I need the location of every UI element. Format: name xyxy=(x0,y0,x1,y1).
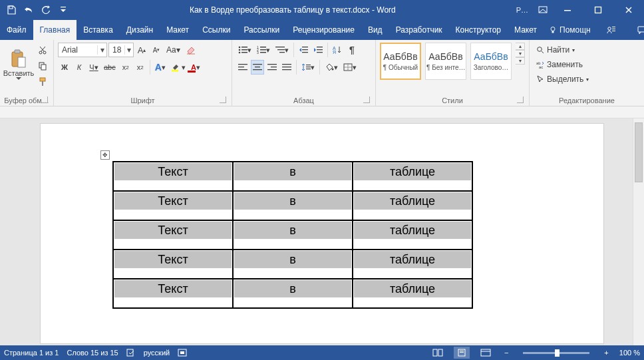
view-print-layout[interactable] xyxy=(454,347,470,359)
table-cell[interactable]: в xyxy=(233,162,353,191)
underline-button[interactable]: Ч▾ xyxy=(87,60,100,75)
sort-button[interactable]: AЯ xyxy=(331,43,344,57)
cell-text[interactable]: таблице xyxy=(354,163,471,180)
minimize-button[interactable] xyxy=(552,0,583,20)
tab-file[interactable]: Файл xyxy=(0,20,33,40)
styles-scroll-up[interactable]: ▴ xyxy=(516,43,525,50)
scrollbar-thumb[interactable] xyxy=(635,122,643,182)
tab-mailings[interactable]: Рассылки xyxy=(237,20,286,40)
numbering-button[interactable]: 123▾ xyxy=(255,43,272,57)
view-read-mode[interactable] xyxy=(430,347,446,359)
cell-text[interactable]: Текст xyxy=(114,251,232,268)
tab-references[interactable]: Ссылки xyxy=(196,20,237,40)
maximize-button[interactable] xyxy=(583,0,613,20)
qat-customize-icon[interactable] xyxy=(56,3,71,17)
strikethrough-button[interactable]: abc xyxy=(102,60,118,75)
multilevel-list-button[interactable]: ▾ xyxy=(273,43,291,57)
bold-button[interactable]: Ж xyxy=(58,60,71,75)
status-language[interactable]: русский xyxy=(144,349,170,357)
font-color-button[interactable]: A▾ xyxy=(189,60,202,75)
table-cell[interactable]: таблице xyxy=(353,250,472,279)
user-name[interactable]: P… xyxy=(511,6,534,14)
tell-me-search[interactable]: Помощн xyxy=(544,20,596,40)
table-row[interactable]: Текствтаблице xyxy=(113,279,472,308)
table-cell[interactable]: Текст xyxy=(113,162,233,191)
table-cell[interactable]: таблице xyxy=(353,220,472,250)
table-cell[interactable]: таблице xyxy=(353,162,472,191)
highlight-button[interactable]: ▾ xyxy=(169,60,188,75)
font-name-combo[interactable]: Arial▾ xyxy=(58,43,107,57)
tab-developer[interactable]: Разработчик xyxy=(389,20,449,40)
cell-text[interactable]: в xyxy=(234,280,351,297)
styles-expand[interactable]: ▾ xyxy=(516,57,525,65)
zoom-in-button[interactable]: + xyxy=(601,349,611,357)
increase-indent-button[interactable] xyxy=(311,43,325,57)
table-cell[interactable]: в xyxy=(233,279,353,308)
table-row[interactable]: Текствтаблице xyxy=(113,220,472,250)
table-move-handle[interactable]: ✥ xyxy=(100,150,110,160)
ribbon-options-icon[interactable] xyxy=(534,0,552,20)
tab-table-layout[interactable]: Макет xyxy=(508,20,544,40)
cell-text[interactable]: в xyxy=(234,192,351,210)
cell-text[interactable]: в xyxy=(234,163,351,180)
table-cell[interactable]: в xyxy=(233,250,353,279)
justify-button[interactable] xyxy=(280,60,293,75)
align-left-button[interactable] xyxy=(236,60,249,75)
page[interactable]: ✥ ТекствтаблицеТекствтаблицеТекствтаблиц… xyxy=(41,124,603,343)
borders-button[interactable]: ▾ xyxy=(341,60,359,75)
save-icon[interactable] xyxy=(4,3,19,17)
select-button[interactable]: Выделить▾ xyxy=(534,72,591,87)
tab-insert[interactable]: Вставка xyxy=(77,20,120,40)
cut-button[interactable] xyxy=(36,43,49,57)
style-heading1[interactable]: АаБбВвЗаголово… xyxy=(470,43,512,80)
style-no-spacing[interactable]: АаБбВв¶ Без инте… xyxy=(425,43,466,80)
cell-text[interactable]: таблице xyxy=(354,251,471,268)
format-painter-button[interactable] xyxy=(36,75,49,89)
table-cell[interactable]: в xyxy=(233,220,353,250)
zoom-slider-knob[interactable] xyxy=(555,349,560,357)
tab-view[interactable]: Вид xyxy=(361,20,389,40)
font-size-combo[interactable]: 18▾ xyxy=(108,43,134,57)
cell-text[interactable]: таблице xyxy=(354,280,471,297)
align-right-button[interactable] xyxy=(265,60,279,75)
decrease-indent-button[interactable] xyxy=(297,43,310,57)
zoom-slider[interactable] xyxy=(523,352,589,354)
view-web-layout[interactable] xyxy=(478,347,494,359)
bullets-button[interactable]: ▾ xyxy=(236,43,253,57)
tab-home[interactable]: Главная xyxy=(33,20,77,40)
status-macro-icon[interactable] xyxy=(178,349,187,357)
paragraph-dialog-launcher[interactable] xyxy=(363,96,370,103)
comments-button[interactable] xyxy=(627,20,644,40)
cell-text[interactable]: Текст xyxy=(114,222,232,239)
ruler[interactable] xyxy=(0,106,644,118)
grow-font-button[interactable]: A▴ xyxy=(135,43,148,57)
cell-text[interactable]: Текст xyxy=(114,280,232,297)
align-center-button[interactable] xyxy=(251,60,264,75)
replace-button[interactable]: abacЗаменить xyxy=(534,57,585,72)
cell-text[interactable]: Текст xyxy=(114,192,232,210)
paste-button[interactable]: Вставить xyxy=(4,43,33,87)
status-page[interactable]: Страница 1 из 1 xyxy=(4,349,59,357)
text-effects-button[interactable]: A▾ xyxy=(153,60,168,75)
table-cell[interactable]: в xyxy=(233,191,353,220)
table-cell[interactable]: Текст xyxy=(113,191,233,220)
font-dialog-launcher[interactable] xyxy=(220,96,226,103)
cell-text[interactable]: таблице xyxy=(354,192,471,210)
share-button[interactable] xyxy=(596,20,627,40)
subscript-button[interactable]: x2 xyxy=(119,60,132,75)
close-button[interactable] xyxy=(613,0,644,20)
status-spellcheck-icon[interactable] xyxy=(126,349,136,357)
change-case-button[interactable]: Aa▾ xyxy=(164,43,182,57)
styles-scroll-down[interactable]: ▾ xyxy=(516,50,525,57)
clipboard-dialog-launcher[interactable] xyxy=(41,96,48,103)
table-cell[interactable]: таблице xyxy=(353,279,472,308)
cell-text[interactable]: в xyxy=(234,251,351,268)
find-button[interactable]: Найти▾ xyxy=(534,43,577,57)
zoom-out-button[interactable]: − xyxy=(502,349,511,357)
document-table[interactable]: ТекствтаблицеТекствтаблицеТекствтаблицеТ… xyxy=(112,161,473,309)
styles-dialog-launcher[interactable] xyxy=(517,96,524,103)
tab-review[interactable]: Рецензирование xyxy=(286,20,361,40)
shading-button[interactable]: ▾ xyxy=(323,60,340,75)
vertical-scrollbar[interactable] xyxy=(633,118,644,345)
redo-icon[interactable] xyxy=(39,3,53,17)
